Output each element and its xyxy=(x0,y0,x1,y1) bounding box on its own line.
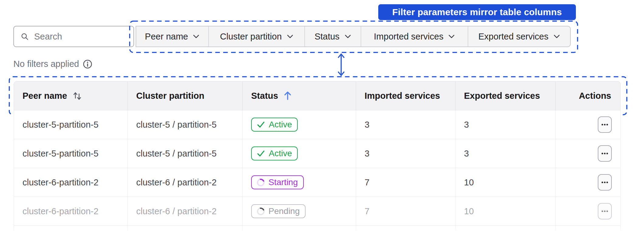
table-header-row: Peer name Cluster partition Status Impor… xyxy=(14,81,621,110)
ellipsis-icon xyxy=(601,123,608,126)
cell-imported-services: 3 xyxy=(356,110,455,139)
ellipsis-icon xyxy=(601,152,608,155)
cell-status: Pending xyxy=(242,197,356,226)
column-header-cluster-partition[interactable]: Cluster partition xyxy=(127,81,242,110)
ellipsis-icon xyxy=(601,210,608,212)
status-badge-label: Active xyxy=(269,120,292,129)
column-header-label: Peer name xyxy=(23,91,67,101)
row-actions-menu-button[interactable] xyxy=(598,174,612,191)
table-row[interactable]: cluster-5-partition-5 cluster-5 / partit… xyxy=(14,110,621,139)
filter-group: Peer name Cluster partition Status Impor… xyxy=(136,26,571,47)
annotation-banner: Filter parameters mirror table columns xyxy=(378,4,576,20)
column-header-label: Imported services xyxy=(365,91,440,101)
cell-peer-name: cluster-5-partition-5 xyxy=(14,139,127,168)
status-badge-label: Starting xyxy=(268,177,298,187)
column-header-label: Status xyxy=(251,91,278,101)
column-header-status[interactable]: Status xyxy=(242,81,356,110)
table-bottom-fade xyxy=(0,226,644,239)
sort-ascending-icon xyxy=(284,91,292,101)
status-badge: Pending xyxy=(251,204,306,218)
column-header-label: Actions xyxy=(579,91,611,101)
table-row[interactable]: cluster-6-partition-2 cluster-6 / partit… xyxy=(14,197,621,226)
cell-exported-services: 3 xyxy=(455,110,555,139)
search-input[interactable] xyxy=(34,32,127,42)
filter-label: Exported services xyxy=(478,32,549,42)
row-actions-menu-button[interactable] xyxy=(598,145,612,162)
cell-imported-services: 7 xyxy=(356,168,455,197)
cell-imported-services: 7 xyxy=(356,197,455,226)
status-badge: Starting xyxy=(251,175,304,189)
chevron-down-icon xyxy=(287,34,293,39)
filter-dropdown-imported-services[interactable]: Imported services xyxy=(361,26,468,46)
table-row[interactable]: cluster-5-partition-5 cluster-5 / partit… xyxy=(14,139,621,168)
check-icon xyxy=(257,121,265,128)
spinner-icon xyxy=(256,206,266,216)
check-icon xyxy=(257,150,265,157)
cell-imported-services: 3 xyxy=(356,139,455,168)
cell-peer-name: cluster-6-partition-2 xyxy=(14,197,127,226)
row-actions-menu-button[interactable] xyxy=(598,203,612,219)
column-header-actions: Actions xyxy=(555,81,621,110)
search-icon xyxy=(21,32,29,41)
filter-label: Imported services xyxy=(374,32,444,42)
cell-exported-services: 10 xyxy=(455,197,555,226)
cell-cluster-partition: cluster-6 / partition-2 xyxy=(127,168,242,197)
sort-both-icon xyxy=(73,91,82,101)
status-badge-label: Pending xyxy=(268,206,300,216)
filter-dropdown-exported-services[interactable]: Exported services xyxy=(468,26,570,46)
cell-cluster-partition: cluster-6 / partition-2 xyxy=(127,197,242,226)
column-header-exported-services[interactable]: Exported services xyxy=(455,81,555,110)
chevron-down-icon xyxy=(553,34,560,39)
annotation-arrow-icon xyxy=(334,53,348,77)
annotation-banner-label: Filter parameters mirror table columns xyxy=(392,7,562,17)
search-box[interactable] xyxy=(13,26,134,47)
cell-cluster-partition: cluster-5 / partition-5 xyxy=(127,110,242,139)
cell-peer-name: cluster-5-partition-5 xyxy=(14,110,127,139)
table-row[interactable]: cluster-6-partition-2 cluster-6 / partit… xyxy=(14,168,621,197)
cell-actions xyxy=(555,110,621,139)
cell-cluster-partition: cluster-5 / partition-5 xyxy=(127,139,242,168)
cell-status: Active xyxy=(242,110,356,139)
column-header-peer-name[interactable]: Peer name xyxy=(14,81,127,110)
row-actions-menu-button[interactable] xyxy=(598,116,612,133)
info-icon[interactable] xyxy=(83,59,92,69)
column-header-imported-services[interactable]: Imported services xyxy=(356,81,455,110)
filter-dropdown-status[interactable]: Status xyxy=(304,26,361,46)
cell-actions xyxy=(555,139,621,168)
chevron-down-icon xyxy=(448,34,455,39)
filter-status-label: No filters applied xyxy=(13,59,79,69)
cell-status: Active xyxy=(242,139,356,168)
filter-label: Cluster partition xyxy=(220,32,282,42)
status-badge: Active xyxy=(251,118,298,132)
filter-status: No filters applied xyxy=(13,59,92,69)
cell-actions xyxy=(555,168,621,197)
cell-actions xyxy=(555,197,621,226)
cell-exported-services: 10 xyxy=(455,168,555,197)
chevron-down-icon xyxy=(345,34,351,39)
ellipsis-icon xyxy=(601,181,608,184)
status-badge: Active xyxy=(251,146,298,160)
filter-label: Status xyxy=(314,32,339,42)
table-body: cluster-5-partition-5 cluster-5 / partit… xyxy=(14,110,621,226)
column-header-label: Exported services xyxy=(464,91,540,101)
spinner-icon xyxy=(256,177,266,188)
cell-exported-services: 3 xyxy=(455,139,555,168)
filter-dropdown-peer-name[interactable]: Peer name xyxy=(136,26,208,46)
filter-dropdown-cluster-partition[interactable]: Cluster partition xyxy=(208,26,304,46)
filter-label: Peer name xyxy=(145,32,188,42)
column-header-label: Cluster partition xyxy=(136,91,204,101)
status-badge-label: Active xyxy=(269,149,292,158)
peers-table: Peer name Cluster partition Status Impor… xyxy=(14,81,621,231)
cell-peer-name: cluster-6-partition-2 xyxy=(14,168,127,197)
chevron-down-icon xyxy=(193,34,199,39)
cell-status: Starting xyxy=(242,168,356,197)
